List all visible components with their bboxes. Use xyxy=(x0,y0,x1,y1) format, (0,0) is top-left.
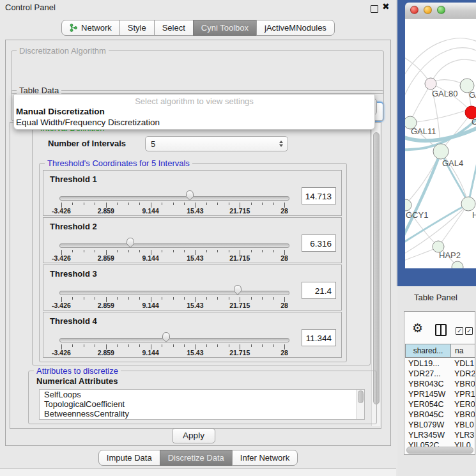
interval-definition-group: Interval Definition Number of Intervals … xyxy=(32,128,371,365)
threshold-value-field[interactable]: 11.344 xyxy=(302,329,336,346)
table-row[interactable]: YDR27...YDR2 xyxy=(405,369,475,380)
slider-tick xyxy=(128,250,129,252)
gear-icon[interactable]: ⚙ xyxy=(412,322,423,334)
slider-tick xyxy=(117,203,118,205)
slider-tick xyxy=(206,250,207,252)
network-window-titlebar[interactable] xyxy=(405,3,476,19)
slider-track[interactable] xyxy=(59,338,289,342)
slider-tick xyxy=(251,250,252,252)
tab-select[interactable]: Select xyxy=(154,20,194,36)
slider-tick xyxy=(128,344,129,347)
slider-tick xyxy=(95,297,95,300)
network-node[interactable] xyxy=(433,144,449,159)
tab-label: jActiveMNodules xyxy=(265,23,326,33)
mac-close-button[interactable] xyxy=(410,6,418,14)
network-node[interactable] xyxy=(425,78,436,89)
scrollbar-thumb[interactable] xyxy=(373,132,380,404)
slider-tick xyxy=(229,344,229,347)
slider-tick-label: 2.859 xyxy=(98,349,114,357)
slider-tick-label: 15.43 xyxy=(187,207,203,215)
tab-jactivemnodules[interactable]: jActiveMNodules xyxy=(256,20,335,36)
slider-tick xyxy=(251,203,252,205)
slider-tick xyxy=(206,344,207,347)
attribute-list-item[interactable]: BetweennessCentrality xyxy=(40,409,364,418)
tab-label: Impute Data xyxy=(107,453,152,463)
table-row[interactable]: YDL19...YDL1 xyxy=(405,359,475,369)
table-row[interactable]: YLR345WYLR3 xyxy=(405,431,475,441)
settings-scroll-panel: Interval Definition Number of Intervals … xyxy=(10,122,381,429)
slider-track[interactable] xyxy=(59,196,289,201)
slider-thumb[interactable] xyxy=(233,284,243,296)
slider-thumb[interactable] xyxy=(161,332,171,343)
network-edge-highlighted[interactable] xyxy=(468,143,476,204)
mac-zoom-button[interactable] xyxy=(437,6,445,14)
columns-icon[interactable] xyxy=(435,324,447,336)
slider-tick xyxy=(217,203,218,205)
attribute-list-item[interactable]: TopologicalCoefficient xyxy=(40,399,364,409)
threshold-value-field[interactable]: 21.4 xyxy=(302,282,336,299)
slider-tick xyxy=(173,250,174,252)
threshold-value-field[interactable]: 6.316 xyxy=(302,234,336,252)
table-row[interactable]: YBR045CYBR0 xyxy=(405,410,475,420)
panel-title: Control Panel xyxy=(5,3,56,12)
threshold-label: Threshold 2 xyxy=(50,222,97,231)
dropdown-option-equal-width[interactable]: Equal Width/Frequency Discretization xyxy=(14,117,374,128)
slider-thumb[interactable] xyxy=(185,190,195,201)
slider-tick xyxy=(117,344,118,347)
tab-label: Infer Network xyxy=(240,453,289,463)
slider-thumb[interactable] xyxy=(125,237,135,249)
network-edge[interactable] xyxy=(438,204,468,247)
slider-tick-label: -3.426 xyxy=(52,302,71,309)
tab-impute-data[interactable]: Impute Data xyxy=(98,450,160,466)
threshold-label: Threshold 1 xyxy=(50,174,97,184)
slider-tick xyxy=(128,203,129,205)
attributes-legend: Attributes to discretize xyxy=(34,366,121,376)
slider-tick xyxy=(184,203,185,205)
slider-tick-label: 28 xyxy=(280,207,288,215)
cell-name: YDR2 xyxy=(454,369,475,378)
column-header-name[interactable]: na xyxy=(450,344,475,358)
dropdown-option-manual[interactable]: Manual Discretization xyxy=(14,106,374,117)
column-header-shared-name[interactable]: shared... xyxy=(405,344,451,358)
network-edge[interactable] xyxy=(405,38,476,79)
mac-minimize-button[interactable] xyxy=(424,6,432,14)
slider-tick-label: 2.859 xyxy=(98,207,114,215)
network-edge-highlighted[interactable] xyxy=(405,151,441,239)
number-of-intervals-combobox[interactable]: 5 xyxy=(145,136,288,151)
node-label: HAP2 xyxy=(439,250,461,260)
table-row[interactable]: YBL079WYBL0 xyxy=(405,420,475,431)
cell-name: YBL0 xyxy=(454,420,474,429)
checkbox-icon[interactable]: ✓ xyxy=(465,327,473,335)
tab-infer-network[interactable]: Infer Network xyxy=(232,450,298,466)
close-icon[interactable]: ✖ xyxy=(382,1,390,12)
tab-network[interactable]: Network xyxy=(61,20,120,36)
table-row[interactable]: YBR043CYBR0 xyxy=(405,380,475,390)
checkbox-icon[interactable]: ✓ xyxy=(456,327,463,335)
tab-discretize-data[interactable]: Discretize Data xyxy=(160,450,233,466)
float-window-icon[interactable] xyxy=(371,5,378,13)
network-canvas[interactable]: GAL80GACGAL11GAL4GCY1HHAP2 xyxy=(405,19,476,268)
node-table: ⚙ ✓ ✓ shared... na YDL19...YDL1YDR27...Y… xyxy=(404,311,475,455)
cell-shared-name: YPR145W xyxy=(408,390,445,399)
table-row[interactable]: YPR145WYPR1 xyxy=(405,390,475,400)
tab-style[interactable]: Style xyxy=(119,20,155,36)
slider-track[interactable] xyxy=(59,291,289,295)
network-node[interactable] xyxy=(461,197,475,211)
list-scrollbar-thumb[interactable] xyxy=(358,390,364,403)
cell-shared-name: YBR045C xyxy=(408,410,444,419)
slider-track[interactable] xyxy=(59,243,289,248)
network-node[interactable] xyxy=(405,199,411,211)
horizontal-scrollbar-thumb[interactable] xyxy=(406,447,473,454)
attribute-list-item[interactable]: SelfLoops xyxy=(40,390,364,399)
tab-cyni-toolbox[interactable]: Cyni Toolbox xyxy=(193,20,257,36)
slider-tick-label: 21.715 xyxy=(229,302,250,309)
node-label: GAL4 xyxy=(442,158,463,168)
list-scrollbar-track[interactable] xyxy=(356,390,364,419)
table-row[interactable]: YER054CYER0 xyxy=(405,400,475,410)
numerical-attributes-list: SelfLoopsTopologicalCoefficientBetweenne… xyxy=(39,389,365,420)
threshold-value-field[interactable]: 14.713 xyxy=(302,187,336,204)
slider-tick xyxy=(84,203,84,205)
slider-tick xyxy=(139,344,140,347)
apply-button[interactable]: Apply xyxy=(172,428,215,443)
slider-tick-label: 28 xyxy=(280,254,288,262)
